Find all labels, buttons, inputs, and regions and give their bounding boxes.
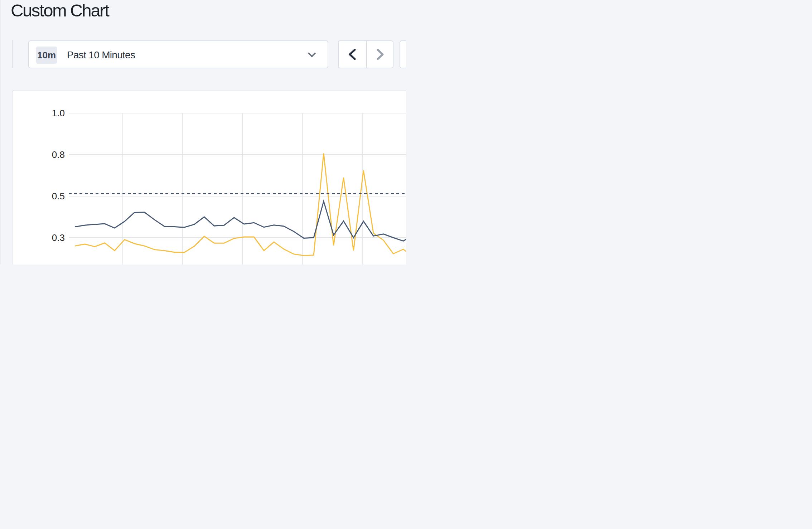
- svg-text:0.3: 0.3: [52, 232, 65, 243]
- svg-text:0.8: 0.8: [52, 149, 65, 160]
- svg-text:0.5: 0.5: [52, 191, 65, 202]
- svg-text:1.0: 1.0: [52, 108, 65, 118]
